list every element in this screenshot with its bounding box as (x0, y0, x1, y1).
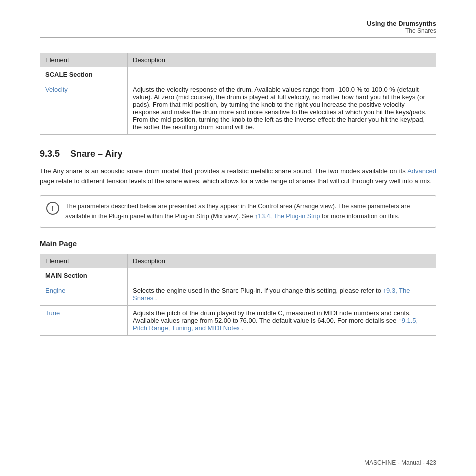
main-section-label: MAIN Section (40, 268, 128, 283)
table2-col1-header: Element (40, 254, 128, 268)
section-935-heading: 9.3.5 Snare – Airy (40, 149, 436, 159)
table2-col2-header: Description (128, 254, 436, 268)
intro-text-after: page relate to different tension levels … (40, 177, 432, 185)
note-text-end: for more information on this. (322, 213, 400, 220)
footer-text: MASCHINE - Manual - 423 (364, 459, 436, 466)
note-icon: ! (46, 202, 59, 215)
table1-col2-header: Description (128, 53, 436, 67)
table-row: Tune Adjusts the pitch of the drum playe… (40, 306, 436, 336)
engine-desc-after: . (155, 294, 157, 302)
tune-link[interactable]: Tune (45, 309, 60, 317)
tune-desc-after: . (241, 324, 243, 332)
tune-cell: Tune (40, 306, 128, 336)
tune-desc-before: Adjusts the pitch of the drum played by … (133, 309, 411, 324)
velocity-description: Adjusts the velocity response of the dru… (128, 82, 436, 135)
section-number: 9.3.5 (40, 149, 60, 159)
engine-link[interactable]: Engine (45, 287, 65, 294)
main-page-heading: Main Page (40, 239, 436, 248)
page-footer: MASCHINE - Manual - 423 (0, 455, 476, 466)
velocity-link[interactable]: Velocity (45, 86, 68, 93)
header-subtitle: The Snares (40, 27, 436, 34)
engine-desc-before: Selects the engine used in the Snare Plu… (133, 287, 381, 294)
main-table: Element Description MAIN Section Engine … (40, 254, 436, 336)
intro-text-before: The Airy snare is an acoustic snare drum… (40, 167, 407, 175)
tune-description: Adjusts the pitch of the drum played by … (128, 306, 436, 336)
scale-section-label: SCALE Section (40, 67, 128, 82)
page-header: Using the Drumsynths The Snares (40, 20, 436, 38)
table-row: Engine Selects the engine used in the Sn… (40, 283, 436, 306)
scale-table: Element Description SCALE Section Veloci… (40, 53, 436, 135)
plugin-strip-link[interactable]: ↑13.4, The Plug-in Strip (255, 213, 320, 220)
main-section-row: MAIN Section (40, 268, 436, 283)
velocity-cell: Velocity (40, 82, 128, 135)
engine-cell: Engine (40, 283, 128, 306)
table-row: Velocity Adjusts the velocity response o… (40, 82, 436, 135)
note-box: ! The parameters described below are pre… (40, 195, 436, 228)
header-title: Using the Drumsynths (40, 20, 436, 27)
section-title: Snare – Airy (70, 149, 122, 159)
intro-paragraph: The Airy snare is an acoustic snare drum… (40, 166, 436, 186)
advanced-link[interactable]: Advanced (407, 167, 436, 175)
engine-description: Selects the engine used in the Snare Plu… (128, 283, 436, 306)
table1-col1-header: Element (40, 53, 128, 67)
scale-section-row: SCALE Section (40, 67, 436, 82)
